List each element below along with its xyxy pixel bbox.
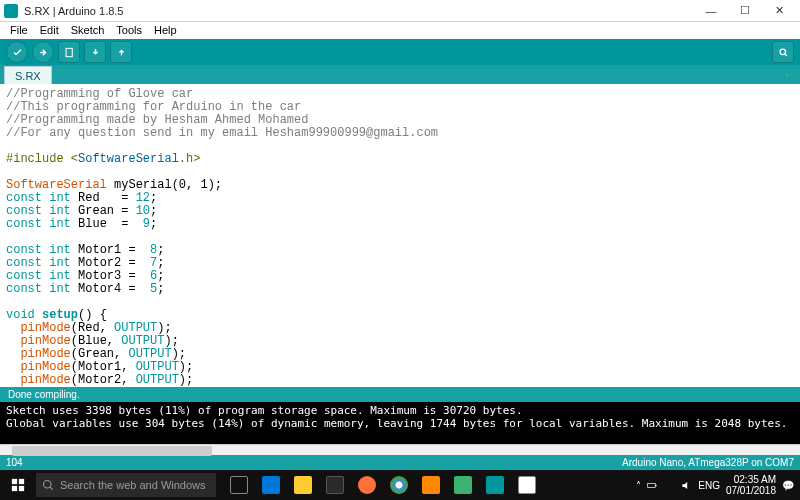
taskbar-app-explorer[interactable] (288, 470, 318, 500)
tray-language[interactable]: ENG (698, 480, 720, 491)
task-view-button[interactable] (224, 470, 254, 500)
svg-rect-7 (648, 483, 656, 487)
search-icon (42, 479, 54, 491)
windows-taskbar: Search the web and Windows ˄ ENG 02:35 A… (0, 470, 800, 500)
menu-bar: File Edit Sketch Tools Help (0, 22, 800, 39)
line-number: 104 (6, 457, 23, 468)
tab-menu-button[interactable]: ▾ (775, 66, 796, 84)
windows-icon (11, 478, 25, 492)
tray-time: 02:35 AM (726, 474, 776, 485)
volume-icon[interactable] (681, 480, 692, 491)
menu-edit[interactable]: Edit (34, 24, 65, 36)
system-tray: ˄ ENG 02:35 AM 07/01/2018 💬 (630, 474, 800, 496)
serial-monitor-button[interactable] (772, 41, 794, 63)
svg-rect-4 (12, 486, 17, 491)
window-titlebar: S.RX | Arduino 1.8.5 — ☐ ✕ (0, 0, 800, 22)
tray-chevron-up-icon[interactable]: ˄ (636, 480, 641, 491)
taskbar-search[interactable]: Search the web and Windows (36, 473, 216, 497)
taskbar-app-firefox[interactable] (352, 470, 382, 500)
tab-label: S.RX (15, 70, 41, 82)
scrollbar-thumb[interactable] (12, 446, 212, 456)
svg-point-1 (780, 49, 786, 55)
svg-rect-2 (12, 479, 17, 484)
svg-rect-5 (19, 486, 24, 491)
menu-tools[interactable]: Tools (110, 24, 148, 36)
close-button[interactable]: ✕ (762, 0, 796, 22)
svg-rect-3 (19, 479, 24, 484)
console-line: Global variables use 304 bytes (14%) of … (6, 417, 794, 430)
battery-icon[interactable] (647, 480, 658, 491)
code-editor[interactable]: //Programming of Glove car //This progra… (0, 84, 800, 386)
toolbar (0, 39, 800, 65)
svg-rect-8 (656, 484, 657, 485)
arduino-app-icon (4, 4, 18, 18)
status-text: Done compiling. (8, 389, 80, 400)
save-button[interactable] (110, 41, 132, 63)
taskbar-app-chrome[interactable] (384, 470, 414, 500)
tray-date: 07/01/2018 (726, 485, 776, 496)
upload-button[interactable] (32, 41, 54, 63)
new-button[interactable] (58, 41, 80, 63)
menu-help[interactable]: Help (148, 24, 183, 36)
taskbar-app-edge[interactable] (256, 470, 286, 500)
tray-clock[interactable]: 02:35 AM 07/01/2018 (726, 474, 776, 496)
maximize-button[interactable]: ☐ (728, 0, 762, 22)
taskbar-app-store[interactable] (320, 470, 350, 500)
status-bar: Done compiling. (0, 387, 800, 402)
board-info: Arduino Nano, ATmega328P on COM7 (622, 457, 794, 468)
open-button[interactable] (84, 41, 106, 63)
menu-file[interactable]: File (4, 24, 34, 36)
footer-bar: 104 Arduino Nano, ATmega328P on COM7 (0, 455, 800, 470)
chevron-down-icon: ▾ (785, 70, 790, 80)
taskbar-app-paint[interactable] (512, 470, 542, 500)
menu-sketch[interactable]: Sketch (65, 24, 111, 36)
svg-point-6 (44, 481, 52, 489)
minimize-button[interactable]: — (694, 0, 728, 22)
taskbar-app-generic[interactable] (448, 470, 478, 500)
taskbar-apps (224, 470, 542, 500)
start-button[interactable] (0, 470, 36, 500)
svg-rect-0 (66, 48, 72, 56)
notifications-icon[interactable]: 💬 (782, 480, 794, 491)
window-title: S.RX | Arduino 1.8.5 (24, 5, 694, 17)
taskbar-app-arduino[interactable] (480, 470, 510, 500)
taskbar-app-vlc[interactable] (416, 470, 446, 500)
search-placeholder: Search the web and Windows (60, 479, 206, 491)
verify-button[interactable] (6, 41, 28, 63)
console-line: Sketch uses 3398 bytes (11%) of program … (6, 404, 794, 417)
console-output[interactable]: Sketch uses 3398 bytes (11%) of program … (0, 402, 800, 444)
horizontal-scrollbar[interactable] (0, 444, 800, 455)
network-icon[interactable] (664, 480, 675, 491)
tab-sketch[interactable]: S.RX (4, 66, 52, 84)
tab-bar: S.RX ▾ (0, 65, 800, 84)
